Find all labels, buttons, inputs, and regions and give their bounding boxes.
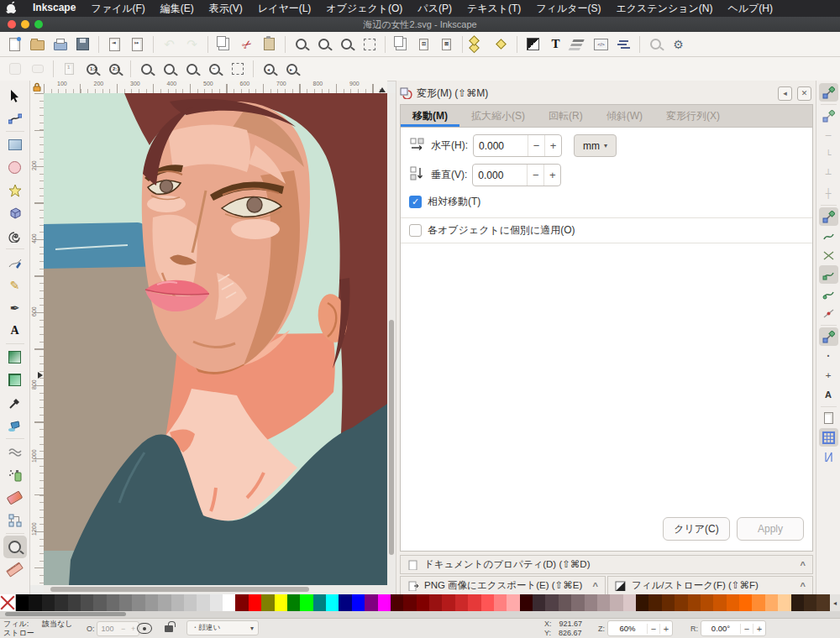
- snap-smooth-nodes-button[interactable]: [819, 285, 838, 303]
- measure-tool[interactable]: [3, 558, 27, 581]
- color-swatch[interactable]: [429, 594, 442, 611]
- snap-bounding-box-button[interactable]: [819, 107, 838, 125]
- menu-item[interactable]: 表示(V): [202, 2, 250, 16]
- color-swatch[interactable]: [197, 594, 209, 611]
- menu-item[interactable]: フィルター(S): [528, 2, 608, 16]
- color-swatch[interactable]: [533, 594, 545, 611]
- color-swatch[interactable]: [713, 594, 726, 611]
- menu-item[interactable]: パス(P): [410, 2, 459, 16]
- import-button[interactable]: ⇥: [103, 34, 126, 55]
- window-title-bar[interactable]: 海辺の女性2.svg - Inkscape: [0, 17, 840, 33]
- color-swatch[interactable]: [29, 594, 41, 611]
- color-swatch[interactable]: [442, 594, 454, 611]
- layers-dialog-button[interactable]: [567, 34, 590, 55]
- color-swatch[interactable]: [158, 594, 171, 611]
- zoom-page-fit-button[interactable]: [181, 59, 203, 79]
- snap-page-border-button[interactable]: [819, 409, 838, 427]
- spiral-tool[interactable]: [3, 224, 27, 247]
- color-swatch[interactable]: [119, 594, 132, 611]
- color-swatch[interactable]: [636, 594, 648, 611]
- color-swatch[interactable]: [249, 594, 261, 611]
- palette-scrollbar-thumb[interactable]: [5, 612, 126, 616]
- menu-item[interactable]: オブジェクト(O): [318, 2, 410, 16]
- pen-tool[interactable]: [3, 251, 27, 274]
- snap-path-intersections-button[interactable]: [819, 246, 838, 264]
- calligraphy-tool[interactable]: ✒: [3, 296, 27, 319]
- layer-visibility-icon[interactable]: [137, 623, 152, 634]
- color-swatch[interactable]: [145, 594, 158, 611]
- rotation-value[interactable]: 0.00°: [701, 624, 740, 633]
- color-swatch[interactable]: [55, 594, 67, 611]
- color-swatch[interactable]: [300, 594, 312, 611]
- rotation-increment-button[interactable]: +: [753, 624, 765, 634]
- new-document-button[interactable]: [3, 34, 26, 55]
- color-swatch[interactable]: [727, 594, 739, 611]
- horizontal-scrollbar-thumb[interactable]: [50, 587, 309, 592]
- snap-line-midpoints-button[interactable]: [819, 304, 838, 322]
- color-swatch[interactable]: [16, 594, 29, 611]
- color-swatch[interactable]: [610, 594, 622, 611]
- ungroup-button[interactable]: [490, 34, 512, 55]
- color-swatch[interactable]: [752, 594, 764, 611]
- color-swatch[interactable]: [507, 594, 519, 611]
- apply-button[interactable]: Apply: [737, 517, 804, 541]
- snap-guides-button[interactable]: [819, 447, 838, 466]
- spray-tool[interactable]: [3, 463, 27, 486]
- zoom-2-1-button[interactable]: 2:1: [103, 59, 126, 79]
- paste-button[interactable]: [258, 34, 281, 55]
- star-tool[interactable]: [3, 179, 27, 201]
- snap-cusp-nodes-button[interactable]: [819, 265, 838, 284]
- dock-panel-button[interactable]: ◂: [778, 86, 792, 101]
- color-swatch[interactable]: [223, 594, 235, 611]
- tweak-tool[interactable]: [3, 441, 27, 463]
- color-swatch[interactable]: [93, 594, 106, 611]
- text-tool[interactable]: A: [3, 319, 27, 342]
- snap-rotation-centers-button[interactable]: +: [819, 366, 838, 384]
- color-swatch[interactable]: [804, 594, 816, 611]
- fill-stroke-dialog-button[interactable]: [522, 34, 544, 55]
- horizontal-increment-button[interactable]: +: [544, 135, 561, 156]
- zoom-drawing-option-button[interactable]: [158, 59, 181, 79]
- color-swatch[interactable]: [765, 594, 778, 611]
- tab-skew[interactable]: 傾斜(W): [595, 105, 654, 127]
- tab-rotate[interactable]: 回転(R): [537, 105, 595, 127]
- fill-stroke-indicator[interactable]: フィル:該当なし ストローク:該当なし: [3, 620, 72, 638]
- color-swatch[interactable]: [184, 594, 197, 611]
- color-swatch[interactable]: [42, 594, 55, 611]
- snap-to-paths-button[interactable]: [819, 227, 838, 245]
- color-swatch[interactable]: [68, 594, 81, 611]
- vertical-increment-button[interactable]: +: [543, 165, 560, 186]
- palette-scrollbar[interactable]: [0, 611, 840, 618]
- paint-bucket-tool[interactable]: [3, 414, 27, 437]
- snap-other-points-button[interactable]: [819, 327, 838, 346]
- color-swatch[interactable]: [261, 594, 274, 611]
- color-swatch[interactable]: [107, 594, 119, 611]
- color-swatch[interactable]: [455, 594, 468, 611]
- zoom-out-button[interactable]: −: [203, 59, 226, 79]
- xml-editor-button[interactable]: </>: [590, 34, 612, 55]
- color-swatch[interactable]: [623, 594, 636, 611]
- canvas[interactable]: [44, 93, 387, 585]
- zoom-selection-button[interactable]: [290, 34, 312, 55]
- clone-button[interactable]: ⊡: [412, 34, 435, 55]
- layer-lock-icon[interactable]: [165, 625, 173, 632]
- menu-item[interactable]: Inkscape: [25, 2, 83, 16]
- unlink-clone-button[interactable]: ⊠: [435, 34, 458, 55]
- color-swatch[interactable]: [481, 594, 494, 611]
- preferences-button[interactable]: ⚙: [667, 34, 690, 55]
- color-swatch[interactable]: [326, 594, 339, 611]
- text-dialog-button[interactable]: T: [544, 34, 567, 55]
- zoom-page-button[interactable]: [335, 34, 358, 55]
- panel-bar-document-properties[interactable]: ドキュメントのプロパティ(D) (⇧⌘D) ^: [400, 555, 813, 574]
- ruler-corner[interactable]: [30, 81, 45, 94]
- ellipse-tool[interactable]: [3, 156, 27, 179]
- palette-scroll-left-icon[interactable]: ◂: [830, 594, 840, 611]
- color-swatch[interactable]: [585, 594, 597, 611]
- color-swatch[interactable]: [352, 594, 365, 611]
- color-swatch[interactable]: [339, 594, 351, 611]
- dropper-tool[interactable]: [3, 391, 27, 414]
- connector-tool[interactable]: [3, 509, 27, 531]
- snap-nodes-button[interactable]: [819, 207, 838, 226]
- vertical-ruler[interactable]: 20040060080010001200: [30, 93, 45, 585]
- fit-selection-button[interactable]: [358, 34, 381, 55]
